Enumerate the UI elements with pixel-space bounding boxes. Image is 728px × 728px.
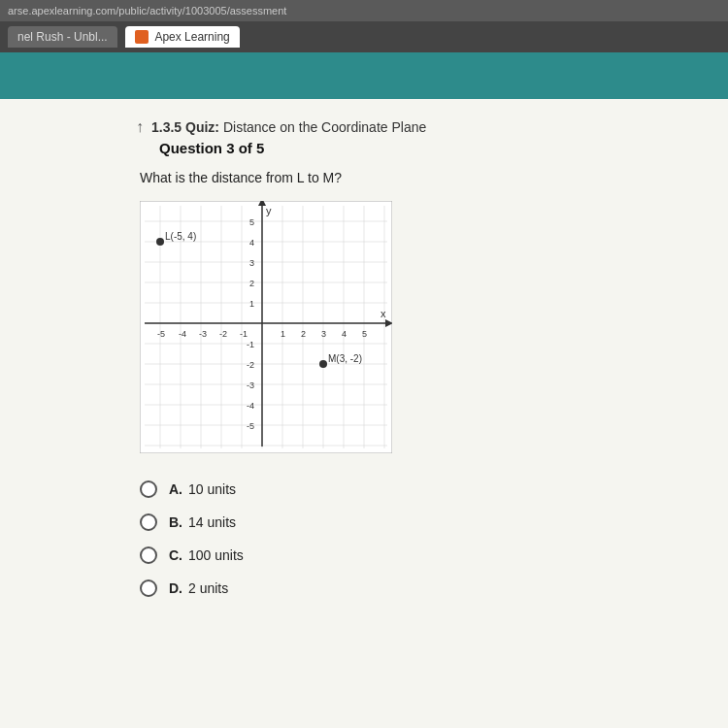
svg-text:2: 2 <box>249 279 254 288</box>
svg-text:-4: -4 <box>247 401 254 411</box>
svg-text:2: 2 <box>301 329 306 339</box>
svg-text:3: 3 <box>321 329 326 339</box>
svg-text:1: 1 <box>281 329 285 339</box>
answer-letter-d: D. <box>169 580 182 596</box>
question-label: Question 3 of 5 <box>159 140 689 156</box>
svg-text:4: 4 <box>342 329 347 339</box>
svg-text:-5: -5 <box>157 329 165 339</box>
svg-point-51 <box>156 238 164 246</box>
svg-point-53 <box>319 360 327 368</box>
quiz-area: ↑ 1.3.5 Quiz: Distance on the Coordinate… <box>0 99 728 632</box>
answer-letter-a: A. <box>169 481 182 497</box>
svg-text:-1: -1 <box>240 329 248 339</box>
svg-text:5: 5 <box>362 329 367 339</box>
coordinate-graph: x y -5 -4 -3 -2 -1 1 2 3 4 5 5 4 3 <box>140 201 392 457</box>
answer-item-a[interactable]: A. 10 units <box>140 480 689 498</box>
radio-c[interactable] <box>140 546 157 564</box>
svg-text:3: 3 <box>249 258 254 268</box>
svg-text:5: 5 <box>249 217 254 227</box>
answer-list: A. 10 units B. 14 units C. 100 units D. … <box>140 480 689 597</box>
svg-text:x: x <box>381 308 386 319</box>
question-text: What is the distance from L to M? <box>140 170 689 185</box>
tab-1[interactable]: nel Rush - Unbl... <box>8 26 117 48</box>
svg-text:-3: -3 <box>199 329 207 339</box>
answer-text-b: 14 units <box>188 514 236 530</box>
answer-item-d[interactable]: D. 2 units <box>140 579 689 597</box>
answer-text-a: 10 units <box>188 481 236 497</box>
answer-text-c: 100 units <box>188 547 244 563</box>
svg-text:L(-5, 4): L(-5, 4) <box>165 231 196 242</box>
quiz-title: 1.3.5 Quiz: Distance on the Coordinate P… <box>151 119 426 135</box>
svg-text:M(3, -2): M(3, -2) <box>328 353 362 364</box>
svg-text:-1: -1 <box>247 340 254 349</box>
answer-letter-c: C. <box>169 547 182 563</box>
answer-item-c[interactable]: C. 100 units <box>140 546 689 564</box>
url-text: arse.apexlearning.com/public/activity/10… <box>8 5 286 17</box>
svg-text:-5: -5 <box>247 421 254 431</box>
browser-url-bar: arse.apexlearning.com/public/activity/10… <box>0 0 728 21</box>
quiz-title-row: ↑ 1.3.5 Quiz: Distance on the Coordinate… <box>136 118 689 136</box>
tab-2[interactable]: Apex Learning <box>125 26 240 49</box>
tab-2-label: Apex Learning <box>154 30 229 44</box>
answer-item-b[interactable]: B. 14 units <box>140 513 689 531</box>
radio-d[interactable] <box>140 579 157 597</box>
teal-header <box>0 52 728 99</box>
svg-text:-2: -2 <box>247 360 254 370</box>
answer-text-d: 2 units <box>188 580 228 596</box>
svg-text:-4: -4 <box>179 329 186 339</box>
quiz-title-prefix: 1.3.5 Quiz: <box>151 119 223 135</box>
answer-letter-b: B. <box>169 514 182 530</box>
tab-1-label: nel Rush - Unbl... <box>17 30 108 44</box>
apex-favicon <box>135 30 149 44</box>
svg-text:y: y <box>266 205 272 216</box>
graph-svg: x y -5 -4 -3 -2 -1 1 2 3 4 5 5 4 3 <box>140 201 392 453</box>
tab-bar: nel Rush - Unbl... Apex Learning <box>0 21 728 52</box>
svg-text:4: 4 <box>249 238 254 248</box>
page-content: ↑ 1.3.5 Quiz: Distance on the Coordinate… <box>0 52 728 728</box>
radio-b[interactable] <box>140 513 157 531</box>
svg-text:-3: -3 <box>247 381 254 390</box>
radio-a[interactable] <box>140 480 157 498</box>
svg-text:-2: -2 <box>219 329 227 339</box>
quiz-title-topic: Distance on the Coordinate Plane <box>223 119 426 135</box>
svg-text:1: 1 <box>249 299 254 309</box>
back-arrow-icon[interactable]: ↑ <box>136 118 144 136</box>
